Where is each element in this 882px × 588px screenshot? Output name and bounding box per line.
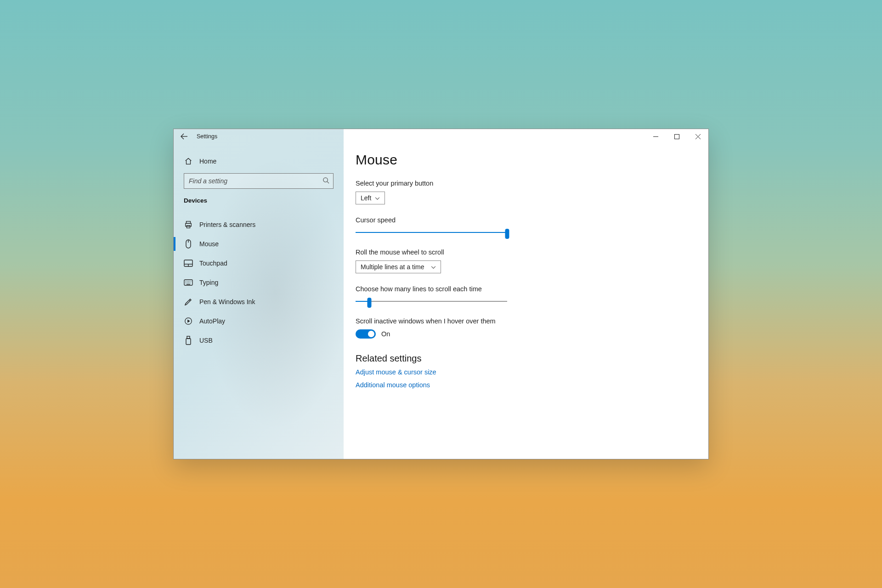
pen-icon [184, 297, 193, 306]
window-title: Settings [197, 133, 217, 140]
link-adjust-mouse-cursor-size[interactable]: Adjust mouse & cursor size [356, 368, 708, 376]
related-settings: Related settings Adjust mouse & cursor s… [356, 353, 708, 389]
sidebar-item-touchpad[interactable]: Touchpad [176, 254, 344, 273]
primary-button-label: Select your primary button [356, 180, 512, 187]
minimize-button[interactable] [645, 129, 666, 144]
sidebar-item-pen[interactable]: Pen & Windows Ink [176, 292, 344, 311]
search-input-container[interactable] [184, 173, 334, 189]
wheel-scroll-label: Roll the mouse wheel to scroll [356, 249, 512, 256]
svg-rect-4 [187, 226, 190, 228]
sidebar-item-usb[interactable]: USB [176, 331, 344, 350]
svg-rect-0 [674, 134, 679, 139]
sidebar-item-label: Touchpad [199, 260, 227, 267]
sidebar-item-label: Printers & scanners [199, 221, 255, 228]
scroll-inactive-label: Scroll inactive windows when I hover ove… [356, 317, 512, 325]
sidebar-item-label: USB [199, 337, 213, 344]
page-title: Mouse [356, 152, 708, 168]
wheel-scroll-select[interactable]: Multiple lines at a time [356, 260, 441, 273]
sidebar-nav: Printers & scanners Mouse [176, 215, 344, 350]
close-button[interactable] [687, 129, 708, 144]
sidebar-item-label: Mouse [199, 240, 219, 248]
sidebar-item-autoplay[interactable]: AutoPlay [176, 311, 344, 331]
search-input[interactable] [189, 177, 322, 185]
sidebar-item-mouse[interactable]: Mouse [176, 234, 344, 254]
toggle-knob [368, 331, 374, 337]
primary-button-select[interactable]: Left [356, 192, 385, 204]
sidebar: Home Devices [174, 129, 344, 459]
printer-icon [184, 220, 193, 229]
home-label: Home [199, 158, 216, 165]
home-icon [184, 157, 193, 165]
search-icon [322, 177, 329, 186]
sidebar-item-label: Typing [199, 279, 218, 286]
sidebar-item-label: AutoPlay [199, 317, 225, 325]
cursor-speed-slider[interactable] [356, 228, 507, 237]
titlebar-left: Settings [174, 132, 217, 141]
wheel-scroll-value: Multiple lines at a time [361, 263, 424, 271]
sidebar-item-typing[interactable]: Typing [176, 273, 344, 292]
sidebar-category-header: Devices [176, 189, 344, 209]
slider-fill [356, 232, 507, 233]
touchpad-icon [184, 260, 193, 267]
usb-icon [184, 336, 193, 345]
titlebar: Settings [174, 129, 708, 144]
scroll-inactive-state: On [381, 330, 390, 338]
svg-rect-3 [186, 223, 192, 226]
lines-scroll-label: Choose how many lines to scroll each tim… [356, 285, 512, 293]
link-additional-mouse-options[interactable]: Additional mouse options [356, 381, 708, 389]
sidebar-item-home[interactable]: Home [176, 152, 344, 170]
sidebar-item-label: Pen & Windows Ink [199, 298, 255, 305]
slider-thumb[interactable] [505, 229, 509, 239]
primary-button-value: Left [361, 194, 371, 202]
sidebar-item-printers[interactable]: Printers & scanners [176, 215, 344, 234]
svg-rect-9 [187, 336, 190, 339]
autoplay-icon [184, 317, 193, 325]
lines-scroll-slider[interactable] [356, 297, 507, 305]
keyboard-icon [184, 279, 193, 286]
scroll-inactive-toggle[interactable] [356, 329, 376, 339]
cursor-speed-label: Cursor speed [356, 216, 512, 224]
mouse-icon [184, 239, 193, 249]
chevron-down-icon [431, 263, 436, 271]
svg-rect-2 [187, 221, 191, 224]
slider-thumb[interactable] [367, 298, 371, 308]
svg-point-1 [323, 177, 328, 181]
settings-window: Settings Home [173, 129, 709, 459]
slider-track [356, 301, 507, 302]
window-controls [645, 129, 708, 144]
svg-rect-10 [186, 339, 191, 345]
maximize-button[interactable] [666, 129, 687, 144]
main-panel: Mouse Select your primary button Left Cu… [344, 129, 708, 459]
back-button[interactable] [180, 132, 188, 141]
chevron-down-icon [375, 194, 380, 202]
related-settings-header: Related settings [356, 353, 708, 364]
